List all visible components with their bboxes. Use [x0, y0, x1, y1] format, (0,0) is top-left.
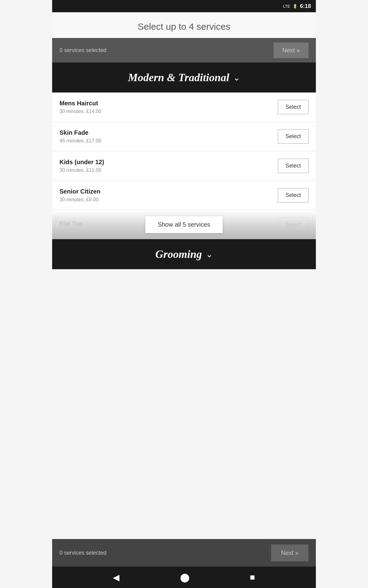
service-name-senior-citizen: Senior Citizen — [59, 188, 100, 195]
service-item-senior-citizen: Senior Citizen 30 minutes, £9.00 Select — [52, 181, 316, 210]
battery-icon: 🔋 — [293, 4, 297, 9]
show-all-overlay: Show all 5 services — [52, 210, 316, 239]
service-name-kids-under-12: Kids (under 12) — [59, 159, 104, 166]
category-header-modern-traditional[interactable]: Modern & Traditional ⌄ — [52, 62, 316, 92]
service-name-mens-haircut: Mens Haircut — [59, 100, 101, 107]
service-info-kids-under-12: Kids (under 12) 30 minutes, £11.00 — [59, 159, 104, 173]
page-title-container: Select up to 4 services — [52, 12, 316, 38]
services-selected-count-bottom: 0 services selected — [59, 550, 106, 556]
category-title-modern-traditional: Modern & Traditional — [128, 71, 229, 84]
service-details-kids-under-12: 30 minutes, £11.00 — [59, 168, 104, 173]
show-all-section: Flat Top Select Show all 5 services — [52, 210, 316, 239]
service-details-skin-fade: 45 minutes, £17.00 — [59, 138, 101, 144]
next-button-bottom[interactable]: Next » — [271, 545, 309, 561]
select-button-mens-haircut[interactable]: Select — [278, 100, 309, 114]
bottom-bar: 0 services selected Next » — [52, 539, 316, 567]
service-details-senior-citizen: 30 minutes, £9.00 — [59, 197, 100, 202]
status-bar: LTE 🔋 6:18 — [52, 0, 316, 12]
navigation-bar: ◀ ⬤ ■ — [52, 567, 316, 588]
home-nav-icon[interactable]: ⬤ — [180, 572, 190, 582]
service-item-kids-under-12: Kids (under 12) 30 minutes, £11.00 Selec… — [52, 151, 316, 181]
select-button-kids-under-12[interactable]: Select — [278, 159, 309, 173]
content-spacer — [52, 269, 316, 539]
category-title-grooming: Grooming — [155, 248, 202, 261]
back-nav-icon[interactable]: ◀ — [113, 572, 120, 582]
services-list-modern-traditional: Mens Haircut 30 minutes, £14.00 Select S… — [52, 92, 316, 210]
top-bar: 0 services selected Next » — [52, 38, 316, 62]
show-all-button[interactable]: Show all 5 services — [145, 216, 222, 233]
select-button-senior-citizen[interactable]: Select — [278, 188, 309, 202]
service-info-mens-haircut: Mens Haircut 30 minutes, £14.00 — [59, 100, 101, 114]
lte-icon: LTE — [283, 4, 290, 9]
next-button-top[interactable]: Next » — [274, 43, 309, 58]
services-selected-count-top: 0 services selected — [59, 47, 106, 54]
service-details-mens-haircut: 30 minutes, £14.00 — [59, 109, 101, 114]
chevron-down-grooming-icon: ⌄ — [206, 249, 213, 259]
chevron-down-icon: ⌄ — [233, 73, 240, 83]
service-item-mens-haircut: Mens Haircut 30 minutes, £14.00 Select — [52, 92, 316, 122]
recents-nav-icon[interactable]: ■ — [250, 572, 255, 582]
service-info-skin-fade: Skin Fade 45 minutes, £17.00 — [59, 129, 101, 144]
page-title: Select up to 4 services — [58, 21, 310, 32]
select-button-skin-fade[interactable]: Select — [278, 129, 309, 144]
category-header-grooming[interactable]: Grooming ⌄ — [52, 239, 316, 269]
status-icons: LTE 🔋 6:18 — [283, 3, 311, 9]
content-area: 0 services selected Next » Modern & Trad… — [52, 38, 316, 567]
status-time: 6:18 — [300, 3, 311, 9]
service-name-skin-fade: Skin Fade — [59, 129, 101, 136]
service-item-skin-fade: Skin Fade 45 minutes, £17.00 Select — [52, 122, 316, 151]
service-info-senior-citizen: Senior Citizen 30 minutes, £9.00 — [59, 188, 100, 202]
